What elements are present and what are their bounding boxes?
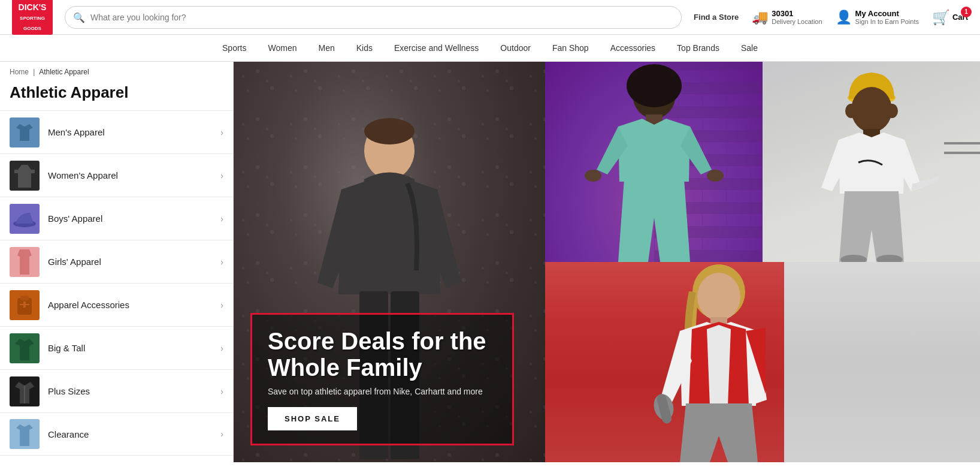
page-title: Athletic Apparel: [0, 82, 233, 110]
svg-rect-2: [20, 296, 29, 300]
cart-button[interactable]: 🛒 1 Cart: [932, 9, 968, 26]
sidebar-item-label-womens: Women's Apparel: [48, 170, 212, 180]
header-actions: Find a Store 🚚 30301 Delivery Location 👤…: [694, 9, 968, 26]
chevron-right-icon-clearance: ›: [220, 429, 223, 439]
promo-text-overlay: Score Deals for the Whole Family Save on…: [250, 313, 514, 445]
main-nav: Sports Women Men Kids Exercise and Welln…: [0, 35, 980, 62]
nav-item-women[interactable]: Women: [258, 35, 308, 61]
cart-icon: 🛒: [932, 9, 950, 26]
nav-item-sports[interactable]: Sports: [211, 35, 257, 61]
promo-subtext: Save on top athletic apparel from Nike, …: [268, 387, 497, 396]
woman-teal-silhouette: [570, 62, 738, 262]
hero-woman-teal-panel: [545, 62, 763, 262]
account-icon: 👤: [836, 10, 852, 25]
nav-item-sale[interactable]: Sale: [730, 35, 769, 61]
truck-icon: 🚚: [752, 10, 768, 25]
svg-point-14: [585, 170, 601, 182]
breadcrumb-home[interactable]: Home: [10, 68, 29, 76]
shop-sale-button[interactable]: SHOP SALE: [268, 407, 357, 430]
nav-item-kids[interactable]: Kids: [346, 35, 383, 61]
svg-point-15: [707, 170, 724, 182]
kid-silhouette: [794, 62, 949, 262]
sidebar-item-girls[interactable]: Girls' Apparel ›: [0, 240, 233, 283]
sidebar-item-plus[interactable]: Plus Sizes ›: [0, 369, 233, 412]
svg-point-24: [697, 273, 740, 321]
chevron-right-icon-mens: ›: [220, 128, 223, 137]
svg-point-17: [851, 87, 892, 132]
header: DICK'S SPORTING GOODS 🔍 Find a Store 🚚 3…: [0, 0, 980, 35]
chevron-right-icon-boys: ›: [220, 214, 223, 224]
bigtall-thumbnail: [10, 333, 40, 363]
svg-point-18: [845, 104, 857, 118]
nav-item-fanshop[interactable]: Fan Shop: [542, 35, 600, 61]
womens-thumbnail: [10, 161, 40, 191]
sidebar-item-label-accessories: Apparel Accessories: [48, 300, 212, 310]
delivery-location[interactable]: 🚚 30301 Delivery Location: [752, 9, 822, 25]
chevron-right-icon-bigtall: ›: [220, 344, 223, 353]
plus-thumbnail: [10, 376, 40, 406]
promo-headline: Score Deals for the Whole Family: [268, 328, 497, 381]
sidebar-item-womens[interactable]: Women's Apparel ›: [0, 153, 233, 197]
plus-jacket-icon: [14, 379, 35, 403]
breadcrumb: Home | Athletic Apparel: [0, 62, 233, 82]
hero-grid: Score Deals for the Whole Family Save on…: [234, 62, 980, 463]
woman-bottom-silhouette: [629, 262, 809, 462]
nav-item-men[interactable]: Men: [307, 35, 345, 61]
search-input[interactable]: [65, 6, 682, 29]
bigtall-shirt-icon: [14, 336, 35, 360]
sidebar-item-accessories[interactable]: Apparel Accessories ›: [0, 283, 233, 326]
nav-item-accessories[interactable]: Accessories: [600, 35, 666, 61]
sidebar-item-label-mens: Men's Apparel: [48, 127, 212, 137]
sidebar-item-bigtall[interactable]: Big & Tall ›: [0, 326, 233, 369]
breadcrumb-current: Athletic Apparel: [39, 68, 89, 76]
search-icon: 🔍: [73, 11, 85, 23]
breadcrumb-separator: |: [33, 68, 35, 76]
logo[interactable]: DICK'S SPORTING GOODS: [12, 0, 53, 35]
promo-area: Score Deals for the Whole Family Save on…: [234, 62, 980, 463]
backpack-icon: [13, 294, 37, 316]
svg-point-12: [627, 64, 682, 107]
search-bar: 🔍: [65, 6, 682, 29]
sidebar-item-boys[interactable]: Boys' Apparel ›: [0, 197, 233, 240]
sidebar-item-clearance[interactable]: Clearance ›: [0, 412, 233, 456]
chevron-right-icon-womens: ›: [220, 171, 223, 180]
cart-count-badge: 1: [961, 7, 972, 17]
clearance-thumbnail: [10, 419, 40, 449]
chevron-right-icon-girls: ›: [220, 257, 223, 267]
sidebar-item-label-boys: Boys' Apparel: [48, 213, 212, 224]
main-content: Home | Athletic Apparel Athletic Apparel…: [0, 62, 980, 463]
clearance-shirt-icon: [14, 422, 35, 446]
find-store-button[interactable]: Find a Store: [694, 13, 739, 22]
hero-woman-bottom-panel: [545, 262, 980, 462]
sidebar: Home | Athletic Apparel Athletic Apparel…: [0, 62, 234, 463]
sidebar-item-label-plus: Plus Sizes: [48, 386, 212, 396]
mens-thumbnail: [10, 118, 40, 147]
sidebar-item-mens[interactable]: Men's Apparel ›: [0, 110, 233, 153]
boys-hat-icon: [13, 210, 36, 227]
girls-apparel-icon: [15, 249, 34, 275]
hero-kid-panel: [763, 62, 980, 262]
chevron-right-icon-accessories: ›: [220, 300, 223, 310]
sidebar-item-label-clearance: Clearance: [48, 429, 212, 439]
accessories-thumbnail: [10, 290, 40, 320]
sidebar-item-label-girls: Girls' Apparel: [48, 257, 212, 267]
my-account-button[interactable]: 👤 My Account Sign In to Earn Points: [836, 9, 919, 25]
nav-item-exercise[interactable]: Exercise and Wellness: [383, 35, 489, 61]
sidebar-item-label-bigtall: Big & Tall: [48, 343, 212, 353]
hero-man-panel: Score Deals for the Whole Family Save on…: [234, 62, 545, 462]
boys-thumbnail: [10, 204, 40, 234]
svg-rect-4: [23, 302, 26, 308]
svg-point-7: [364, 118, 415, 144]
svg-point-19: [886, 104, 898, 118]
womens-apparel-icon: [14, 164, 35, 188]
nav-item-outdoor[interactable]: Outdoor: [489, 35, 542, 61]
chevron-right-icon-plus: ›: [220, 387, 223, 396]
mens-shirt-icon: [14, 122, 35, 143]
nav-item-topbrands[interactable]: Top Brands: [666, 35, 730, 61]
girls-thumbnail: [10, 247, 40, 277]
